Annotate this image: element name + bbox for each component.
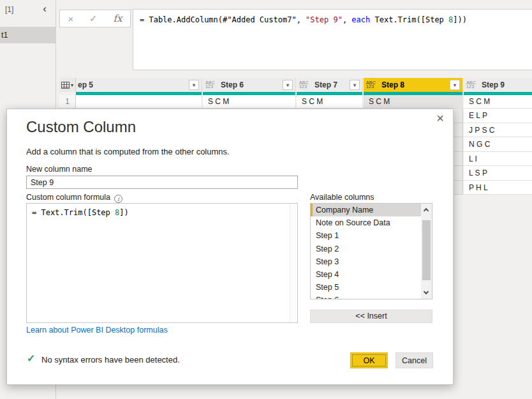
table-cell[interactable]: L S P <box>464 166 532 181</box>
new-column-name-label: New column name <box>26 165 92 174</box>
list-item[interactable]: Step 6 <box>311 294 421 299</box>
cancel-icon[interactable]: × <box>68 13 73 24</box>
formula-token: = Text.Trim([Step <box>32 208 115 217</box>
info-icon[interactable]: i <box>114 195 122 203</box>
table-cell[interactable]: E L P <box>464 109 532 123</box>
success-check-icon: ✓ <box>27 352 35 365</box>
table-cell[interactable]: S C M <box>203 95 296 109</box>
column-header-label: Step 8 <box>380 80 404 89</box>
syntax-status-message: No syntax errors have been detected. <box>41 355 180 365</box>
formula-token: Text.Trim([Step <box>370 15 448 24</box>
step8-column-strip <box>454 109 463 195</box>
table-cell[interactable]: S C M <box>464 95 532 109</box>
formula-bar-input[interactable]: = Table.AddColumn(#"Added Custom7", "Ste… <box>133 9 532 70</box>
scroll-up-icon[interactable] <box>424 207 429 213</box>
scroll-down-icon[interactable] <box>424 290 429 295</box>
close-icon[interactable]: × <box>436 112 444 124</box>
check-icon[interactable]: ✓ <box>89 13 98 24</box>
column-type-icon[interactable]: ABC123 <box>466 81 476 89</box>
dialog-title: Custom Column <box>26 118 136 136</box>
column-header-step6[interactable]: ABC123 Step 6 ▾ <box>203 78 296 92</box>
fx-icon[interactable]: fx <box>114 13 122 24</box>
filter-dropdown-icon[interactable]: ▾ <box>189 80 199 90</box>
power-query-editor: [1] ‹ t1 × ✓ fx = Table.AddColumn(#"Adde… <box>0 0 532 399</box>
formula-token: = Table.AddColumn(#"Added Custom7", <box>140 15 306 24</box>
formula-bar-text: = Table.AddColumn(#"Added Custom7", "Ste… <box>140 15 526 25</box>
column-header-step5[interactable]: ep 5 ▾ <box>76 78 202 92</box>
formula-token: ])) <box>453 15 467 24</box>
table-cell[interactable]: S C M <box>297 95 363 109</box>
column-type-icon[interactable]: ABC123 <box>205 81 215 89</box>
formula-toolbar: × ✓ fx <box>59 10 131 27</box>
table-grid-icon <box>61 82 70 89</box>
filter-dropdown-icon[interactable]: ▾ <box>350 80 360 90</box>
queries-count-label: [1] <box>5 5 13 14</box>
step9-column-rows: E L P J P S C N G C L I L S P P H L <box>464 109 532 195</box>
list-item[interactable]: Step 1 <box>311 229 421 242</box>
available-columns-label: Available columns <box>310 193 374 202</box>
table-cell[interactable]: L I <box>464 152 532 167</box>
formula-scrollbar[interactable] <box>290 204 297 322</box>
dialog-subtitle: Add a column that is computed from the o… <box>26 147 230 156</box>
table-cell[interactable]: J P S C <box>464 123 532 138</box>
column-type-icon[interactable]: ABC123 <box>299 81 309 89</box>
sidebar-collapse-icon[interactable]: ‹ <box>43 3 47 15</box>
column-type-icon[interactable]: ABC123 <box>366 81 376 89</box>
table-cell[interactable] <box>76 95 202 109</box>
formula-token: each <box>351 15 370 24</box>
sidebar-item-query[interactable]: t1 <box>0 27 56 43</box>
column-header-label: Step 9 <box>480 80 505 89</box>
custom-formula-input[interactable]: = Text.Trim([Step 8]) <box>26 203 298 323</box>
table-cell[interactable]: S C M <box>364 95 463 109</box>
custom-column-dialog: × Custom Column Add a column that is com… <box>6 109 454 385</box>
learn-formulas-link[interactable]: Learn about Power BI Desktop formulas <box>26 326 168 335</box>
filter-dropdown-icon[interactable]: ▾ <box>450 80 460 90</box>
list-item[interactable]: Note on Source Data <box>311 216 421 229</box>
formula-token: ]) <box>119 208 128 217</box>
insert-button[interactable]: << Insert <box>310 310 432 323</box>
row-number: 1 <box>59 95 76 109</box>
column-header-step9[interactable]: ABC123 Step 9 <box>464 78 532 92</box>
list-item[interactable]: Company Name <box>311 204 421 216</box>
formula-token: , <box>343 15 351 24</box>
available-columns-list: Company Name Note on Source Data Step 1 … <box>310 203 432 299</box>
list-item[interactable]: Step 4 <box>311 268 421 281</box>
table-menu-dropdown-icon: ▾ <box>71 82 73 88</box>
column-header-label: ep 5 <box>76 80 93 89</box>
custom-formula-text: = Text.Trim([Step 8]) <box>32 207 292 218</box>
table-cell[interactable]: P H L <box>464 181 532 195</box>
list-item[interactable]: Step 3 <box>311 255 421 268</box>
column-header-label: Step 6 <box>219 80 244 89</box>
ok-button[interactable]: OK <box>350 352 388 368</box>
list-item[interactable]: Step 2 <box>311 243 421 255</box>
cancel-button[interactable]: Cancel <box>395 352 433 368</box>
column-header-step8[interactable]: ABC123 Step 8 ▾ <box>364 78 463 92</box>
list-item[interactable]: Step 5 <box>311 281 421 294</box>
column-header-step7[interactable]: ABC123 Step 7 ▾ <box>297 78 363 92</box>
table-menu-button[interactable]: ▾ <box>59 78 76 92</box>
formula-label: Custom column formulai <box>26 193 122 203</box>
column-header-label: Step 7 <box>313 80 337 89</box>
filter-dropdown-icon[interactable]: ▾ <box>283 80 293 90</box>
formula-token: "Step 9" <box>306 15 343 24</box>
scrollbar-thumb[interactable] <box>422 220 431 280</box>
new-column-name-input[interactable] <box>26 176 298 189</box>
table-cell[interactable]: N G C <box>464 137 532 152</box>
list-scrollbar[interactable] <box>421 204 432 299</box>
